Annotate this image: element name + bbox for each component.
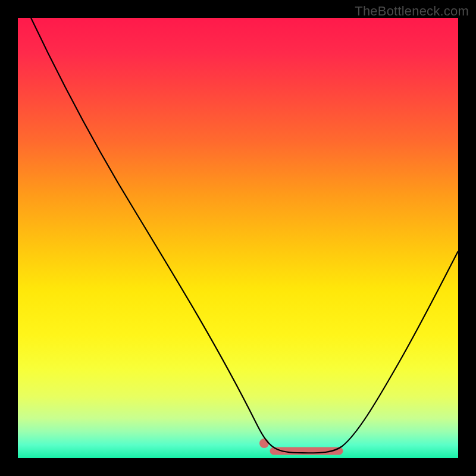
optimal-range-marker xyxy=(259,439,339,451)
watermark-text: TheBottleneck.com xyxy=(355,4,469,19)
bottleneck-curve xyxy=(31,18,458,453)
plot-area xyxy=(18,18,458,458)
optimal-range-start-dot xyxy=(259,439,269,448)
chart-frame: TheBottleneck.com xyxy=(0,0,476,476)
chart-svg xyxy=(18,18,458,458)
